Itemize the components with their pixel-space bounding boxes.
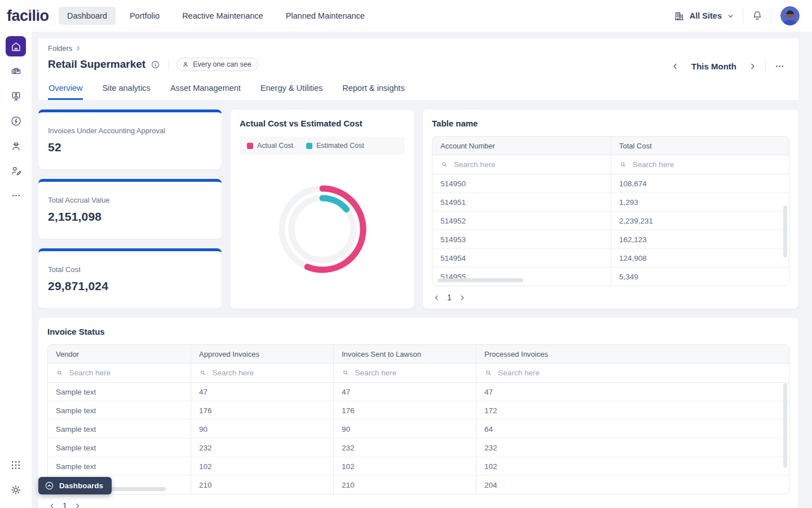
horizontal-scrollbar[interactable] bbox=[438, 278, 523, 282]
table-row[interactable]: 514952 2,239,231 bbox=[433, 212, 789, 230]
search-input[interactable] bbox=[354, 368, 468, 378]
sidebar-item-assets[interactable] bbox=[6, 61, 26, 81]
tab[interactable]: Site analytics bbox=[102, 78, 151, 100]
table-row[interactable]: Sample text 90 90 64 bbox=[48, 420, 789, 439]
table-row[interactable]: 514951 1,293 bbox=[433, 193, 789, 212]
breadcrumb-folders[interactable]: Folders bbox=[48, 44, 72, 52]
table-row[interactable]: 514950 108,674 bbox=[433, 174, 789, 193]
more-icon bbox=[10, 190, 22, 202]
tab[interactable]: Report & insights bbox=[342, 78, 405, 100]
more-options-button[interactable] bbox=[774, 61, 785, 72]
nav-item[interactable]: Planned Maintenance bbox=[277, 7, 373, 25]
sidebar-item-settings[interactable] bbox=[6, 480, 26, 500]
sidebar-item-energy[interactable] bbox=[6, 111, 26, 131]
page-next-button[interactable] bbox=[458, 294, 466, 301]
facilio-logo[interactable]: facılıo bbox=[0, 7, 54, 25]
tab[interactable]: Energy & Utilities bbox=[260, 78, 323, 100]
total-cost-cell: 162,123 bbox=[611, 230, 789, 248]
chart-title: Actual Cost vs Estimated Cost bbox=[240, 119, 405, 128]
visibility-badge-label: Every one can see bbox=[193, 60, 251, 68]
table-row[interactable]: 514954 124,908 bbox=[433, 249, 789, 268]
page-title: Retail Supermarket bbox=[48, 58, 145, 71]
invoice-table-pagination: 1 bbox=[47, 501, 789, 508]
search-input[interactable] bbox=[632, 160, 781, 169]
breadcrumb[interactable]: Folders bbox=[48, 44, 81, 52]
kpi-label: Invoices Under Accounting Approval bbox=[48, 126, 212, 135]
table-row[interactable]: Sample text 176 176 172 bbox=[48, 401, 789, 420]
sidebar-item-more[interactable] bbox=[6, 185, 26, 205]
nav-item[interactable]: Portfolio bbox=[121, 7, 168, 25]
total-cost-cell: 124,908 bbox=[611, 249, 789, 267]
search-icon bbox=[440, 160, 448, 169]
period-prev-button[interactable] bbox=[671, 62, 679, 71]
dashboards-button[interactable]: Dashboards bbox=[38, 477, 112, 494]
search-input[interactable] bbox=[68, 368, 183, 378]
table-header-row: Vendor Approved Invoices Invoices Sent t… bbox=[48, 345, 789, 364]
nav-item[interactable]: Reactive Maintenance bbox=[174, 7, 271, 25]
search-input[interactable] bbox=[453, 160, 603, 169]
sent-to-lawson-cell: 102 bbox=[333, 457, 476, 475]
table-body: Sample text 47 47 47 Sample text 176 176… bbox=[48, 383, 789, 494]
page-next-button[interactable] bbox=[74, 502, 81, 508]
user-avatar[interactable] bbox=[780, 6, 800, 25]
sidebar-item-home[interactable] bbox=[6, 36, 26, 56]
table-row[interactable]: Sample text 47 47 47 bbox=[48, 383, 789, 401]
account-number-cell: 514951 bbox=[433, 193, 611, 211]
column-header: Total Cost bbox=[611, 137, 789, 155]
tab[interactable]: Asset Management bbox=[170, 78, 241, 100]
column-header: Vendor bbox=[48, 345, 191, 363]
circle-chevron-up-icon bbox=[45, 481, 54, 491]
site-selector[interactable]: All Sites bbox=[674, 11, 734, 21]
chevron-right-icon bbox=[458, 294, 466, 301]
search-icon bbox=[342, 369, 350, 377]
info-icon[interactable] bbox=[151, 60, 160, 69]
vertical-scrollbar[interactable] bbox=[783, 205, 787, 257]
page-number[interactable]: 1 bbox=[447, 293, 452, 302]
main-nav: Dashboard Portfolio Reactive Maintenance… bbox=[59, 7, 373, 25]
notifications-button[interactable] bbox=[752, 10, 763, 21]
tab[interactable]: Overview bbox=[48, 78, 83, 100]
column-header: Approved Invoices bbox=[191, 345, 333, 363]
search-input[interactable] bbox=[211, 368, 325, 378]
sidebar-item-apps[interactable] bbox=[6, 455, 26, 475]
search-icon bbox=[56, 369, 64, 377]
vertical-scrollbar[interactable] bbox=[783, 383, 787, 468]
total-cost-cell: 108,674 bbox=[611, 174, 789, 192]
table-row[interactable]: 514953 162,123 bbox=[433, 230, 789, 249]
invoice-status-card: Invoice Status Vendor Approved Invoices … bbox=[38, 318, 798, 508]
account-table-card: Table name Account Number Total Cost bbox=[423, 110, 798, 309]
nav-item[interactable]: Dashboard bbox=[59, 7, 116, 25]
period-next-button[interactable] bbox=[748, 62, 757, 71]
period-controls: This Month bbox=[671, 59, 785, 73]
table-title: Table name bbox=[432, 119, 789, 128]
table-row[interactable]: Sample text 210 210 204 bbox=[48, 476, 789, 494]
legend-item[interactable]: Estimated Cost bbox=[306, 142, 364, 150]
page-prev-button[interactable] bbox=[433, 294, 440, 301]
chevron-left-icon bbox=[433, 294, 440, 301]
approved-invoices-cell: 232 bbox=[191, 439, 333, 457]
building-icon bbox=[674, 11, 685, 21]
table-row[interactable]: Sample text 232 232 232 bbox=[48, 439, 789, 457]
page-prev-button[interactable] bbox=[48, 502, 56, 508]
table-search-row bbox=[48, 364, 789, 383]
site-selector-label: All Sites bbox=[690, 11, 722, 20]
search-icon bbox=[199, 369, 207, 377]
kpi-card: Total Accrual Value 2,151,098 bbox=[38, 179, 222, 239]
sidebar-item-vendors[interactable] bbox=[6, 160, 26, 181]
table-row[interactable]: 514955 5,349 bbox=[433, 268, 789, 286]
processed-invoices-cell: 232 bbox=[476, 439, 789, 457]
total-cost-cell: 2,239,231 bbox=[611, 212, 789, 230]
search-input[interactable] bbox=[497, 368, 781, 378]
visibility-badge: Every one can see bbox=[176, 58, 258, 71]
legend-item[interactable]: Actual Cost bbox=[247, 142, 293, 150]
sidebar-item-visitors[interactable] bbox=[6, 86, 26, 106]
table-row[interactable]: Sample text 102 102 102 bbox=[48, 457, 789, 476]
search-icon bbox=[619, 160, 627, 169]
page-number[interactable]: 1 bbox=[63, 501, 67, 508]
sidebar-item-workforce[interactable] bbox=[6, 135, 26, 156]
settings-gear-icon bbox=[10, 484, 21, 496]
processed-invoices-cell: 47 bbox=[476, 383, 789, 401]
divider bbox=[743, 8, 743, 23]
kpi-card: Invoices Under Accounting Approval 52 bbox=[38, 110, 222, 169]
sent-to-lawson-cell: 47 bbox=[333, 383, 476, 401]
